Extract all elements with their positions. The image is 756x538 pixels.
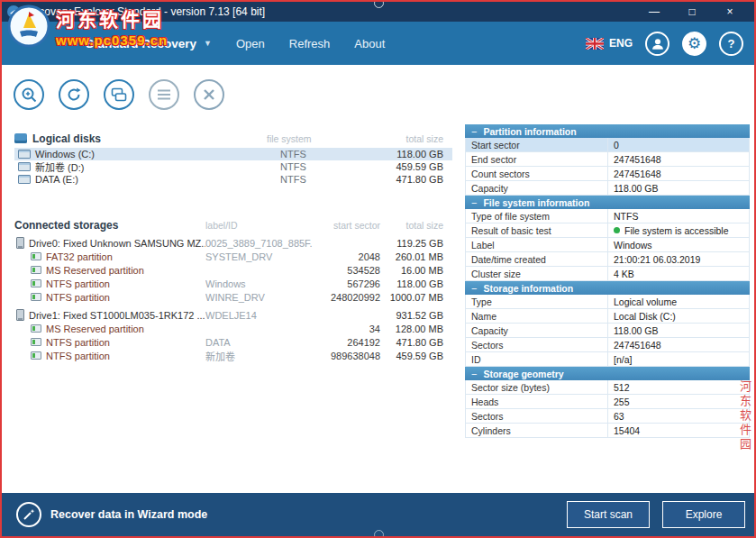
disk-clone-button[interactable] — [104, 79, 134, 110]
detail-value: 118.00 GB — [608, 324, 749, 337]
detail-label: End sector — [466, 152, 608, 166]
window-title: Recovery Explorer Standard - version 7.1… — [25, 5, 265, 18]
storage-row[interactable]: NTFS partition WINRE_DRV 248020992 1000.… — [14, 290, 452, 304]
menu-item[interactable]: About — [354, 37, 385, 50]
detail-row[interactable]: Type Logical volume — [465, 295, 750, 309]
logical-disks-icon — [14, 133, 27, 143]
storage-icon — [31, 324, 41, 333]
close-view-button[interactable] — [194, 79, 224, 110]
detail-row[interactable]: Cylinders 15404 — [465, 424, 750, 438]
disk-name: DATA (E:) — [35, 174, 78, 185]
detail-value: NTFS — [608, 209, 749, 223]
menu-item[interactable]: Refresh — [289, 37, 331, 50]
help-icon: ? — [728, 37, 735, 50]
storage-row[interactable]: Drive1: Fixed ST1000LM035-1RK172 ... WDE… — [14, 308, 452, 322]
start-scan-button[interactable]: Start scan — [567, 501, 650, 528]
storage-total-size: 459.59 GB — [380, 351, 452, 361]
help-button[interactable]: ? — [719, 32, 743, 56]
storage-start-sector: 34 — [314, 324, 380, 334]
storage-name: NTFS partition — [46, 278, 110, 289]
storage-row[interactable]: NTFS partition Windows 567296 118.00 GB — [14, 277, 452, 290]
detail-row[interactable]: Start sector 0 — [465, 138, 750, 152]
storage-total-size: 260.01 MB — [380, 251, 452, 262]
col-total-size: total size — [380, 220, 452, 231]
disk-row[interactable]: DATA (E:) NTFS 471.80 GB — [14, 173, 452, 186]
detail-row[interactable]: Date/time created 21:00:21 06.03.2019 — [465, 252, 750, 267]
col-start-sector: start sector — [314, 220, 380, 231]
user-button[interactable] — [645, 32, 669, 56]
storage-name: NTFS partition — [46, 292, 110, 303]
logical-disks-section: Logical disks file system total size Win… — [14, 132, 452, 186]
storage-row[interactable]: MS Reserved partition 34 128.00 MB — [14, 322, 452, 335]
storage-label-id: WINRE_DRV — [205, 292, 314, 303]
storage-row[interactable]: Drive0: Fixed Unknown SAMSUNG MZ... 0025… — [14, 236, 452, 250]
detail-row[interactable]: Type of file system NTFS — [465, 209, 750, 223]
detail-row[interactable]: Sectors 247451648 — [465, 338, 750, 352]
storage-name: NTFS partition — [46, 337, 110, 348]
detail-section-filesystem: − File system information Type of file s… — [465, 196, 750, 281]
language-selector[interactable]: ENG — [586, 37, 633, 50]
storage-label-id: WDELJE14 — [205, 310, 314, 321]
detail-label: Label — [466, 238, 608, 251]
col-file-system: file system — [267, 133, 357, 144]
detail-row[interactable]: Name Local Disk (C:) — [465, 309, 750, 324]
storage-row[interactable]: NTFS partition 新加卷 989638048 459.59 GB — [14, 349, 452, 362]
status-dot-icon — [614, 227, 620, 233]
storage-label-id: Windows — [205, 278, 314, 289]
detail-row[interactable]: Heads 255 — [465, 395, 750, 409]
disk-row[interactable]: 新加卷 (D:) NTFS 459.59 GB — [14, 160, 452, 173]
section-header[interactable]: − Storage geometry — [465, 367, 750, 380]
detail-section-geometry: − Storage geometry Sector size (bytes) 5… — [465, 367, 750, 438]
storage-total-size: 119.25 GB — [380, 238, 452, 249]
storages-panel: Logical disks file system total size Win… — [14, 132, 452, 362]
wizard-button[interactable] — [16, 502, 41, 527]
storage-total-size: 118.00 GB — [380, 278, 452, 289]
col-label-id: label/ID — [205, 220, 314, 231]
storage-name: NTFS partition — [46, 351, 110, 361]
recovery-mode-selector[interactable]: Standard Recovery ▼ — [86, 37, 212, 50]
user-icon — [650, 36, 666, 51]
disk-clone-icon — [110, 86, 128, 104]
storage-row[interactable]: MS Reserved partition 534528 16.00 MB — [14, 263, 452, 277]
detail-row[interactable]: Cluster size 4 KB — [465, 267, 750, 281]
detail-row[interactable]: End sector 247451648 — [465, 152, 750, 167]
detail-value: 247451648 — [608, 338, 749, 351]
detail-label: Heads — [466, 395, 608, 408]
storage-start-sector: 567296 — [314, 278, 380, 289]
storage-row[interactable]: NTFS partition DATA 264192 471.80 GB — [14, 335, 452, 349]
language-label: ENG — [609, 37, 633, 50]
uk-flag-icon — [586, 38, 604, 50]
disk-total-size: 118.00 GB — [357, 149, 452, 160]
storage-start-sector: 989638048 — [314, 351, 380, 361]
detail-row[interactable]: Count sectors 247451648 — [465, 167, 750, 181]
detail-value: Windows — [608, 238, 749, 251]
detail-row[interactable]: Label Windows — [465, 238, 750, 252]
detail-row[interactable]: Sector size (bytes) 512 — [465, 380, 750, 395]
settings-button[interactable]: ⚙ — [682, 32, 706, 56]
storage-start-sector: 264192 — [314, 337, 380, 348]
disk-file-system: NTFS — [267, 174, 357, 185]
explore-button[interactable]: Explore — [662, 501, 745, 528]
detail-row[interactable]: Result of basic test File system is acce… — [465, 223, 750, 238]
detail-row[interactable]: Sectors 63 — [465, 409, 750, 424]
marker-bottom — [374, 530, 384, 538]
storage-row[interactable]: FAT32 partition SYSTEM_DRV 2048 260.01 M… — [14, 250, 452, 263]
zoom-button[interactable] — [14, 79, 44, 110]
connected-storages-list: Drive0: Fixed Unknown SAMSUNG MZ... 0025… — [14, 236, 452, 362]
maximize-button[interactable]: □ — [673, 2, 711, 22]
disk-refresh-button[interactable] — [59, 79, 89, 110]
detail-row[interactable]: Capacity 118.00 GB — [465, 324, 750, 338]
disk-row[interactable]: Windows (C:) NTFS 118.00 GB — [14, 148, 452, 160]
close-button[interactable]: × — [711, 2, 749, 22]
storage-icon — [31, 266, 41, 274]
detail-label: Type of file system — [466, 209, 608, 223]
section-header[interactable]: − Partition information — [465, 124, 750, 138]
menu-item[interactable]: Open — [236, 37, 265, 50]
detail-row[interactable]: ID [n/a] — [465, 352, 750, 367]
storage-total-size: 931.52 GB — [380, 310, 452, 321]
section-header[interactable]: − Storage information — [465, 281, 750, 295]
section-header[interactable]: − File system information — [465, 196, 750, 209]
detail-row[interactable]: Capacity 118.00 GB — [465, 181, 750, 196]
list-button[interactable] — [149, 79, 179, 110]
minimize-button[interactable]: — — [635, 2, 673, 22]
